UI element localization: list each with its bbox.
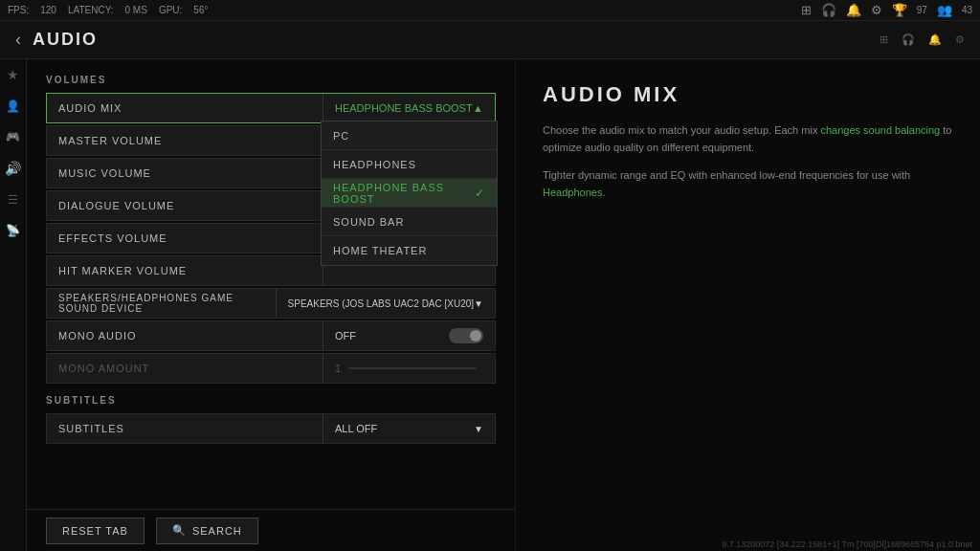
back-button[interactable]: ‹ [15, 30, 21, 50]
gpu-label: GPU: [159, 5, 182, 15]
music-volume-label: MUSIC VOLUME [47, 167, 323, 179]
master-volume-label: MASTER VOLUME [47, 135, 323, 146]
top-bar: FPS: 120 LATENCY: 0 MS GPU: 56° ⊞ 🎧 🔔 ⚙ … [0, 0, 980, 21]
mono-audio-value-text: OFF [335, 330, 356, 342]
left-panel: VOLUMES AUDIO MIX HEADPHONE BASS BOOST ▲… [27, 59, 515, 551]
check-icon: ✓ [475, 187, 485, 200]
fps-value: 120 [40, 5, 56, 15]
changes-sound-link[interactable]: changes sound balancing [820, 124, 940, 136]
dropdown-soundbar-label: SOUND BAR [333, 216, 404, 228]
header-icons: ⊞ 🎧 🔔 ⚙ [880, 33, 965, 46]
panel-desc1: Choose the audio mix to match your audio… [543, 122, 953, 156]
settings-list: AUDIO MIX HEADPHONE BASS BOOST ▲ PC HEAD… [46, 93, 496, 384]
sidebar-icon-network[interactable]: 📡 [6, 224, 20, 237]
panel-desc2-text1: Tighter dynamic range and EQ with enhanc… [543, 169, 910, 181]
trophy-icon: 🏆 [892, 3, 907, 17]
fps-label: FPS: [8, 5, 29, 15]
sidebar: ★ 👤 🎮 🔊 ☰ 📡 [0, 59, 27, 551]
audio-mix-dropdown[interactable]: PC HEADPHONES HEADPHONE BASS BOOST ✓ SOU… [321, 121, 498, 266]
gear-icon[interactable]: ⚙ [871, 3, 882, 17]
audio-mix-label: AUDIO MIX [47, 102, 323, 114]
header: ‹ AUDIO ⊞ 🎧 🔔 ⚙ [0, 21, 980, 59]
subtitles-row[interactable]: SUBTITLES ALL OFF ▼ [46, 413, 496, 444]
panel-desc2: Tighter dynamic range and EQ with enhanc… [543, 167, 953, 201]
header-icon-3: 🔔 [928, 33, 942, 46]
hit-marker-volume-label: HIT MARKER VOLUME [47, 265, 323, 276]
reset-tab-button[interactable]: RESET TAB [46, 518, 145, 544]
latency-label: LATENCY: [68, 5, 114, 15]
sound-device-value[interactable]: SPEAKERS (JOS LABS UAC2 DAC [XU20] ▼ [276, 289, 495, 318]
sound-device-value-text: SPEAKERS (JOS LABS UAC2 DAC [XU20] [288, 298, 475, 309]
panel-title: AUDIO MIX [543, 82, 953, 107]
search-icon: 🔍 [172, 524, 187, 537]
dropdown-pc-label: PC [333, 130, 349, 142]
panel-desc2-text2: . [602, 187, 605, 198]
page-title: AUDIO [33, 30, 98, 50]
audio-mix-value-text: HEADPHONE BASS BOOST [335, 102, 473, 114]
header-icon-4: ⚙ [955, 33, 965, 46]
score1: 97 [917, 5, 927, 15]
headphones-icon[interactable]: 🎧 [821, 3, 836, 17]
mono-amount-slider[interactable] [348, 367, 476, 369]
gpu-value: 56° [193, 5, 208, 15]
subtitles-section-label: SUBTITLES [46, 395, 496, 406]
mono-audio-label: MONO AUDIO [47, 330, 323, 342]
header-icon-2: 🎧 [902, 33, 915, 46]
chevron-down-icon: ▼ [474, 298, 483, 309]
subtitles-chevron-icon: ▼ [474, 424, 483, 434]
sidebar-icon-star[interactable]: ★ [7, 67, 19, 82]
stats: FPS: 120 LATENCY: 0 MS GPU: 56° [8, 5, 208, 15]
dropdown-item-soundbar[interactable]: SOUND BAR [322, 208, 497, 236]
right-panel: AUDIO MIX Choose the audio mix to match … [515, 59, 980, 551]
players-icon: 👥 [937, 3, 952, 17]
effects-volume-label: EFFECTS VOLUME [47, 232, 323, 244]
mono-audio-value: OFF [323, 321, 495, 350]
latency-value: 0 MS [125, 5, 147, 15]
sound-device-label: SPEAKERS/HEADPHONES GAME SOUND DEVICE [47, 293, 276, 314]
score2: 43 [962, 5, 972, 15]
dropdown-item-hometheater[interactable]: HOME THEATER [322, 236, 497, 265]
sound-device-row[interactable]: SPEAKERS/HEADPHONES GAME SOUND DEVICE SP… [46, 288, 496, 319]
headphones-link[interactable]: Headphones [543, 187, 602, 198]
subtitles-value-text: ALL OFF [335, 423, 377, 434]
subtitles-value[interactable]: ALL OFF ▼ [323, 414, 495, 443]
volumes-section-label: VOLUMES [46, 75, 496, 85]
grid-icon[interactable]: ⊞ [801, 3, 812, 17]
toggle-knob [470, 330, 481, 342]
main: VOLUMES AUDIO MIX HEADPHONE BASS BOOST ▲… [27, 59, 980, 551]
bottom-bar: RESET TAB 🔍 SEARCH [27, 509, 515, 551]
mono-amount-value: 1 [323, 354, 495, 383]
sidebar-icon-menu[interactable]: ☰ [8, 193, 18, 207]
dropdown-chevron-up-icon: ▲ [473, 102, 483, 114]
top-bar-right: ⊞ 🎧 🔔 ⚙ 🏆 97 👥 43 [801, 3, 972, 17]
footer-info: 9.7.13200072 [34.222.1581+1] Tm [700[Dl]… [722, 540, 972, 549]
panel-desc1-text1: Choose the audio mix to match your audio… [543, 124, 820, 136]
header-icon-1: ⊞ [880, 33, 888, 46]
mono-amount-number: 1 [335, 363, 341, 374]
search-button[interactable]: 🔍 SEARCH [156, 518, 258, 544]
dropdown-hometheater-label: HOME THEATER [333, 245, 427, 256]
sidebar-icon-controller[interactable]: 🎮 [6, 130, 20, 143]
dropdown-headphones-label: HEADPHONES [333, 159, 416, 170]
dropdown-item-headphones[interactable]: HEADPHONES [322, 150, 497, 179]
mono-audio-toggle[interactable] [449, 328, 483, 343]
sidebar-icon-user[interactable]: 👤 [6, 99, 20, 113]
dropdown-item-pc[interactable]: PC [322, 121, 497, 150]
audio-mix-row[interactable]: AUDIO MIX HEADPHONE BASS BOOST ▲ [46, 93, 496, 123]
subtitles-section: SUBTITLES SUBTITLES ALL OFF ▼ [46, 395, 496, 444]
sidebar-icon-audio[interactable]: 🔊 [5, 161, 21, 176]
dropdown-hbb-label: HEADPHONE BASS BOOST [333, 182, 475, 205]
audio-mix-value[interactable]: HEADPHONE BASS BOOST ▲ [323, 94, 495, 122]
mono-amount-label: MONO AMOUNT [47, 363, 323, 374]
subtitles-label: SUBTITLES [47, 423, 323, 434]
mono-audio-row[interactable]: MONO AUDIO OFF [46, 320, 496, 351]
mono-amount-row: MONO AMOUNT 1 [46, 353, 496, 384]
dialogue-volume-label: DIALOGUE VOLUME [47, 200, 323, 211]
search-button-label: SEARCH [192, 525, 242, 537]
dropdown-item-hbb[interactable]: HEADPHONE BASS BOOST ✓ [322, 179, 497, 208]
bell-icon[interactable]: 🔔 [846, 3, 861, 17]
